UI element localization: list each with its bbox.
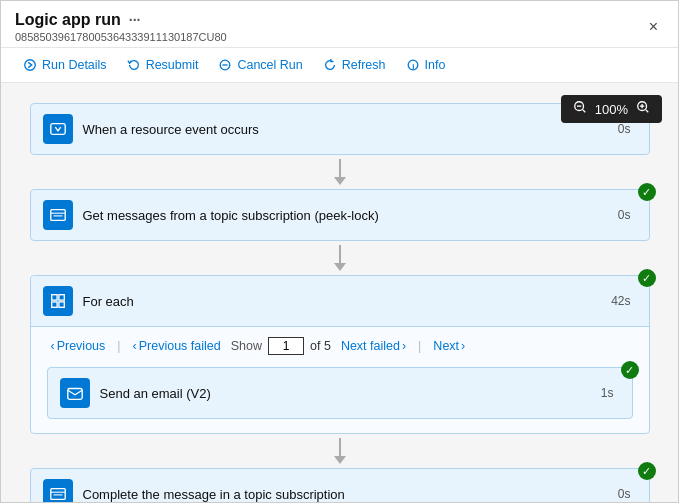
- svg-point-0: [25, 60, 36, 71]
- foreach-label: For each: [83, 294, 612, 309]
- title-bar: Logic app run ··· 0858503961780053643339…: [1, 1, 678, 48]
- svg-line-7: [582, 110, 585, 113]
- complete-message-badge: [638, 462, 656, 480]
- refresh-button[interactable]: Refresh: [315, 54, 394, 76]
- node-get-messages[interactable]: Get messages from a topic subscription (…: [30, 189, 650, 241]
- foreach-badge: [638, 269, 656, 287]
- pagination-bar: ‹ Previous | ‹ Previous failed Show of 5…: [47, 337, 633, 355]
- svg-rect-13: [50, 210, 64, 221]
- refresh-icon: [323, 58, 337, 72]
- flow-wrapper: When a resource event occurs 0s Get mess…: [30, 103, 650, 502]
- of-label: of 5: [310, 339, 331, 353]
- node-complete-message[interactable]: Complete the message in a topic subscrip…: [30, 468, 650, 502]
- refresh-label: Refresh: [342, 58, 386, 72]
- next-label: Next: [433, 339, 459, 353]
- foreach-body: ‹ Previous | ‹ Previous failed Show of 5…: [31, 327, 649, 433]
- cancel-run-button[interactable]: Cancel Run: [210, 54, 310, 76]
- next-failed-label: Next failed: [341, 339, 400, 353]
- svg-rect-17: [58, 295, 63, 300]
- get-messages-icon: [43, 200, 73, 230]
- previous-failed-button[interactable]: ‹ Previous failed: [129, 337, 225, 355]
- zoom-level: 100%: [595, 102, 628, 117]
- node-get-messages-label: Get messages from a topic subscription (…: [83, 208, 618, 223]
- foreach-header[interactable]: For each 42s: [31, 276, 649, 327]
- previous-chevron-icon: ‹: [51, 339, 55, 353]
- previous-failed-label: Previous failed: [139, 339, 221, 353]
- content-area: 100% When a resource event occurs 0s: [1, 83, 678, 502]
- send-email-badge: [621, 361, 639, 379]
- node-get-messages-time: 0s: [618, 208, 631, 222]
- node-send-email[interactable]: Send an email (V2) 1s: [47, 367, 633, 419]
- foreach-icon: [43, 286, 73, 316]
- arrow-1: [334, 159, 346, 185]
- previous-label: Previous: [57, 339, 106, 353]
- node-trigger-label: When a resource event occurs: [83, 122, 618, 137]
- foreach-time: 42s: [611, 294, 630, 308]
- close-button[interactable]: ×: [643, 16, 664, 38]
- next-button[interactable]: Next ›: [429, 337, 469, 355]
- svg-rect-12: [50, 124, 64, 135]
- node-trigger-time: 0s: [618, 122, 631, 136]
- next-failed-chevron-icon: ›: [402, 339, 406, 353]
- window-title-row: Logic app run ···: [15, 11, 227, 29]
- info-icon: i: [406, 58, 420, 72]
- cancel-run-label: Cancel Run: [237, 58, 302, 72]
- window-title: Logic app run: [15, 11, 121, 29]
- svg-line-11: [646, 110, 649, 113]
- arrow-2: [334, 245, 346, 271]
- info-button[interactable]: i Info: [398, 54, 454, 76]
- next-failed-button[interactable]: Next failed ›: [337, 337, 410, 355]
- send-email-icon: [60, 378, 90, 408]
- show-label: Show: [231, 339, 262, 353]
- info-label: Info: [425, 58, 446, 72]
- zoom-out-button[interactable]: [571, 100, 589, 118]
- prev-failed-chevron-icon: ‹: [133, 339, 137, 353]
- trigger-icon: [43, 114, 73, 144]
- next-chevron-icon: ›: [461, 339, 465, 353]
- svg-rect-18: [51, 302, 56, 307]
- foreach-container: For each 42s ‹ Previous | ‹ Pre: [30, 275, 650, 434]
- run-details-icon: [23, 58, 37, 72]
- window-subtitle: 085850396178005364333911130187CU80: [15, 31, 227, 43]
- svg-rect-16: [51, 295, 56, 300]
- svg-rect-20: [67, 389, 81, 400]
- node-trigger[interactable]: When a resource event occurs 0s: [30, 103, 650, 155]
- node-send-email-label: Send an email (V2): [100, 386, 601, 401]
- complete-message-icon: [43, 479, 73, 502]
- previous-button[interactable]: ‹ Previous: [47, 337, 110, 355]
- title-left: Logic app run ··· 0858503961780053643339…: [15, 11, 227, 43]
- resubmit-icon: [127, 58, 141, 72]
- svg-rect-21: [50, 489, 64, 500]
- run-details-label: Run Details: [42, 58, 107, 72]
- node-get-messages-badge: [638, 183, 656, 201]
- logic-app-run-window: Logic app run ··· 0858503961780053643339…: [0, 0, 679, 503]
- node-complete-message-label: Complete the message in a topic subscrip…: [83, 487, 618, 502]
- cancel-run-icon: [218, 58, 232, 72]
- separator-1: |: [117, 339, 120, 353]
- toolbar: Run Details Resubmit Cancel Run Refresh …: [1, 48, 678, 83]
- node-send-email-time: 1s: [601, 386, 614, 400]
- title-ellipsis-btn[interactable]: ···: [129, 12, 141, 28]
- svg-rect-19: [58, 302, 63, 307]
- node-complete-message-time: 0s: [618, 487, 631, 501]
- separator-2: |: [418, 339, 421, 353]
- svg-text:i: i: [412, 62, 414, 71]
- zoom-controls: 100%: [561, 95, 662, 123]
- zoom-in-button[interactable]: [634, 100, 652, 118]
- run-details-button[interactable]: Run Details: [15, 54, 115, 76]
- arrow-3: [334, 438, 346, 464]
- show-input[interactable]: [268, 337, 304, 355]
- resubmit-button[interactable]: Resubmit: [119, 54, 207, 76]
- resubmit-label: Resubmit: [146, 58, 199, 72]
